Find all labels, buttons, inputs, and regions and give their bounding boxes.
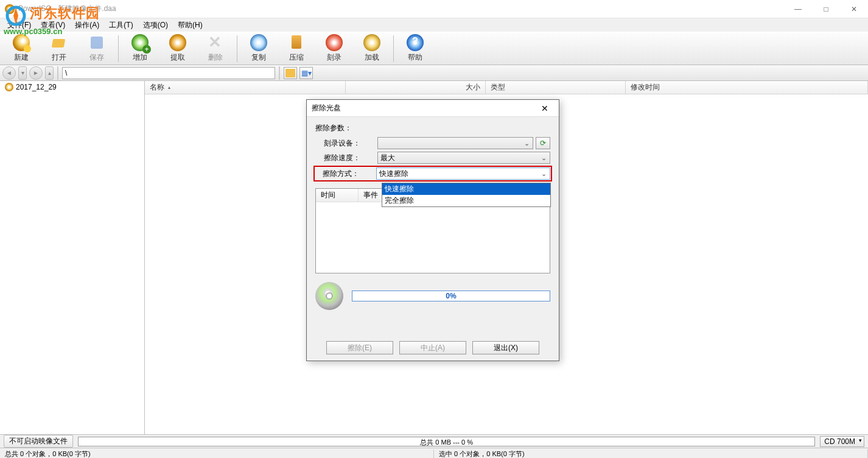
tb-burn[interactable]: 刻录	[315, 33, 353, 64]
erase-button: 擦除(E)	[326, 341, 393, 354]
app-icon	[5, 4, 15, 14]
save-icon	[88, 34, 105, 51]
tb-mount[interactable]: 加载	[353, 33, 391, 64]
col-size[interactable]: 大小	[346, 81, 486, 94]
tb-save: 保存	[78, 33, 116, 64]
abort-button: 中止(A)	[399, 341, 466, 354]
navbar: ◄ ▾ ► ▴ ▦▾	[0, 65, 868, 81]
device-select[interactable]	[377, 137, 533, 149]
open-icon	[51, 34, 68, 51]
tree-root[interactable]: 2017_12_29	[1, 82, 143, 92]
boot-type-label[interactable]: 不可启动映像文件	[4, 435, 73, 448]
progress-row: 0%	[315, 282, 550, 310]
log-col-time[interactable]: 时间	[316, 189, 359, 202]
dialog-titlebar: 擦除光盘 ✕	[307, 100, 559, 117]
menu-help[interactable]: 帮助(H)	[173, 19, 208, 32]
tb-new[interactable]: 新建	[2, 33, 40, 64]
method-option-quick[interactable]: 快速擦除	[382, 183, 550, 195]
titlebar: PowerISO - 新建映像文件.daa — □ ✕	[0, 0, 868, 18]
refresh-button[interactable]: ⟳	[536, 137, 550, 149]
folder-view-button[interactable]	[284, 67, 297, 79]
status-left: 总共 0 个对象，0 KB(0 字节)	[0, 449, 434, 458]
disc-icon	[5, 83, 13, 91]
capacity-bar: 总共 0 MB --- 0 %	[78, 437, 815, 446]
toolbar: 新建 打开 保存 增加 提取 删除 复制 压缩 刻录 加载 帮助	[0, 32, 868, 65]
bottom-info-bar: 不可启动映像文件 总共 0 MB --- 0 % CD 700M	[0, 434, 868, 448]
tb-copy[interactable]: 复制	[240, 33, 278, 64]
col-mtime[interactable]: 修改时间	[626, 81, 868, 94]
tb-add[interactable]: 增加	[121, 33, 159, 64]
menu-file[interactable]: 文件(F)	[2, 19, 36, 32]
menu-view[interactable]: 查看(V)	[36, 19, 70, 32]
capacity-text: 总共 0 MB --- 0 %	[79, 438, 814, 447]
minimize-button[interactable]: —	[784, 0, 812, 18]
window-title: PowerISO - 新建映像文件.daa	[18, 4, 116, 14]
method-dropdown: 快速擦除 完全擦除	[382, 183, 551, 207]
tb-help[interactable]: 帮助	[396, 33, 434, 64]
device-label: 刻录设备：	[324, 138, 377, 149]
menu-options[interactable]: 选项(O)	[138, 19, 173, 32]
toolbar-separator	[237, 35, 237, 62]
col-name[interactable]: 名称▴	[145, 81, 346, 94]
sort-indicator: ▴	[168, 85, 170, 90]
menu-tools[interactable]: 工具(T)	[104, 19, 138, 32]
disc-type-select[interactable]: CD 700M	[820, 436, 864, 447]
refresh-icon: ⟳	[540, 139, 546, 147]
close-button[interactable]: ✕	[840, 0, 868, 18]
status-right: 选中 0 个对象，0 KB(0 字节)	[434, 449, 868, 458]
path-input[interactable]	[62, 67, 275, 79]
mount-icon	[363, 34, 380, 51]
toolbar-separator	[118, 35, 119, 62]
nav-separator	[279, 66, 280, 80]
compress-icon	[288, 34, 305, 51]
erase-disc-dialog: 擦除光盘 ✕ 擦除参数： 刻录设备： ⟳ 擦除速度： 最大 擦除方式： 快速擦除…	[306, 99, 559, 361]
method-option-full[interactable]: 完全擦除	[382, 195, 550, 206]
method-select[interactable]: 快速擦除	[376, 167, 550, 180]
tree-pane: 2017_12_29	[0, 81, 145, 434]
help-icon	[407, 34, 424, 51]
status-bar: 总共 0 个对象，0 KB(0 字节) 选中 0 个对象，0 KB(0 字节)	[0, 448, 868, 458]
progress-bar: 0%	[352, 291, 550, 301]
extract-icon	[169, 34, 186, 51]
nav-up[interactable]: ▴	[45, 66, 54, 80]
exit-button[interactable]: 退出(X)	[472, 341, 539, 354]
maximize-button[interactable]: □	[812, 0, 840, 18]
tb-extract[interactable]: 提取	[159, 33, 197, 64]
list-header: 名称▴ 大小 类型 修改时间	[145, 81, 868, 94]
dialog-title-text: 擦除光盘	[312, 103, 341, 113]
nav-back[interactable]: ◄	[2, 66, 16, 80]
disc-image-icon	[315, 282, 343, 310]
menu-action[interactable]: 操作(A)	[70, 19, 104, 32]
nav-forward[interactable]: ►	[29, 66, 43, 80]
nav-separator	[57, 66, 58, 80]
method-label: 擦除方式：	[323, 169, 376, 179]
col-type[interactable]: 类型	[486, 81, 626, 94]
method-row: 擦除方式： 快速擦除	[314, 166, 551, 181]
tree-root-label: 2017_12_29	[16, 83, 57, 91]
nav-back-menu[interactable]: ▾	[18, 66, 27, 80]
speed-label: 擦除速度：	[324, 153, 377, 163]
tb-open[interactable]: 打开	[40, 33, 78, 64]
list-view-button[interactable]: ▦▾	[299, 67, 313, 79]
device-row: 刻录设备： ⟳	[315, 137, 550, 149]
delete-icon	[207, 34, 224, 51]
tb-delete: 删除	[197, 33, 234, 64]
tb-compress[interactable]: 压缩	[278, 33, 315, 64]
copy-icon	[250, 34, 267, 51]
add-icon	[131, 34, 149, 51]
menubar: 文件(F) 查看(V) 操作(A) 工具(T) 选项(O) 帮助(H)	[0, 18, 868, 32]
folder-icon	[285, 69, 295, 77]
toolbar-separator	[393, 35, 394, 62]
dialog-buttons: 擦除(E) 中止(A) 退出(X)	[315, 336, 550, 356]
speed-select[interactable]: 最大	[377, 152, 550, 164]
burn-icon	[326, 34, 343, 51]
new-icon	[13, 34, 30, 51]
speed-row: 擦除速度： 最大	[315, 152, 550, 164]
dialog-close-button[interactable]: ✕	[536, 104, 554, 113]
erase-params-label: 擦除参数：	[315, 123, 550, 133]
